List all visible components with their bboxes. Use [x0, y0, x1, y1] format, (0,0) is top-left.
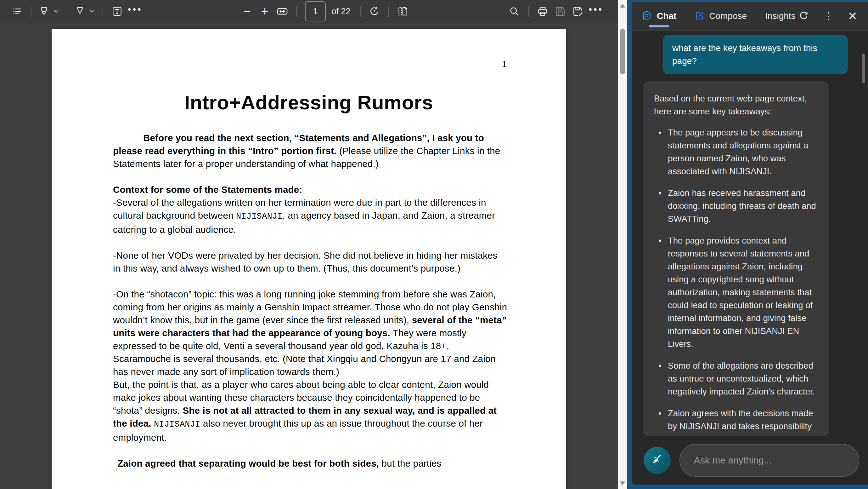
- print-icon: [536, 5, 549, 17]
- document-page-number: 1: [502, 60, 507, 69]
- sidebar-close-button[interactable]: ✕: [848, 9, 857, 23]
- refresh-button[interactable]: [798, 10, 809, 22]
- sidebar-inner: Chat Compose Insights: [632, 2, 868, 485]
- close-icon: ✕: [848, 9, 857, 23]
- toolbar-divider: [31, 6, 31, 17]
- document-paragraph: -On the “shotacon” topic: this was a lon…: [113, 288, 507, 378]
- chevron-down-icon: [89, 8, 96, 15]
- tab-insights-label: Insights: [765, 11, 796, 21]
- rotate-button[interactable]: [366, 2, 383, 20]
- sidebar-body: what are the key takeaways from this pag…: [632, 31, 868, 485]
- document-paragraph: But, the point is that, as a player who …: [113, 378, 507, 444]
- zoom-in-button[interactable]: +: [256, 2, 274, 20]
- pdf-toolbar: ••• − + of 22: [0, 0, 618, 23]
- user-message-bubble: what are the key takeaways from this pag…: [663, 35, 848, 74]
- page-view-button[interactable]: [394, 2, 412, 20]
- sidebar-scrollbar-thumb[interactable]: [862, 54, 865, 83]
- document-paragraph: Context for some of the Statements made:: [113, 183, 507, 196]
- response-intro: Based on the current web page context, h…: [654, 92, 818, 118]
- save-button[interactable]: [551, 2, 569, 20]
- document-paragraph: -Several of the allegations written on h…: [113, 196, 507, 236]
- toolbar-divider: [360, 6, 361, 17]
- chat-input-row: [632, 443, 868, 477]
- response-bullet-item: Some of the allegations are described as…: [654, 359, 818, 398]
- highlighter-icon: [38, 6, 50, 17]
- page-number-input[interactable]: [305, 1, 326, 22]
- pdf-canvas: 1 Intro+Addressing Rumors Before you rea…: [0, 24, 618, 489]
- tab-compose[interactable]: Compose: [694, 2, 747, 31]
- pen-icon: [74, 6, 86, 17]
- active-tab-underline: [649, 25, 669, 27]
- document-paragraph: -None of her VODs were privated by her d…: [113, 249, 507, 275]
- toolbar-divider: [389, 6, 389, 17]
- toolbar-divider: [296, 6, 297, 17]
- toolbar-right-group: •••: [505, 2, 605, 20]
- pdf-page: 1 Intro+Addressing Rumors Before you rea…: [52, 29, 566, 489]
- fit-to-width-button[interactable]: [274, 2, 291, 20]
- sidebar-more-button[interactable]: ⋮: [824, 11, 833, 21]
- broom-icon: [650, 452, 665, 468]
- tab-chat[interactable]: Chat: [642, 2, 676, 31]
- pdf-scrollbar-thumb[interactable]: [620, 29, 625, 74]
- refresh-icon: [798, 10, 809, 22]
- toolbar-divider: [528, 6, 529, 17]
- response-bullet-item: The page appears to be discussing statem…: [654, 126, 818, 178]
- table-of-contents-icon: [12, 6, 22, 17]
- compose-icon: [694, 10, 705, 22]
- document-paragraph: Zaion agreed that separating would be be…: [113, 457, 507, 470]
- zoom-out-button[interactable]: −: [238, 2, 256, 20]
- rotate-icon: [369, 5, 380, 17]
- tab-compose-label: Compose: [709, 11, 747, 21]
- document-body: Before you read the next section, “State…: [113, 132, 507, 470]
- minus-icon: −: [244, 5, 251, 18]
- more-horizontal-icon: •••: [589, 5, 603, 14]
- pdf-scrollbar[interactable]: [618, 0, 627, 489]
- table-of-contents-button[interactable]: [8, 2, 26, 20]
- sidebar-actions: ⋮ ✕: [798, 9, 857, 23]
- two-page-view-icon: [397, 5, 409, 17]
- toolbar-center-group: − + of 22: [238, 1, 411, 22]
- scroll-up-arrow-icon[interactable]: [620, 4, 625, 7]
- scroll-down-arrow-icon[interactable]: [620, 482, 625, 485]
- chevron-down-icon: [53, 8, 60, 15]
- tab-chat-label: Chat: [657, 11, 676, 21]
- more-horizontal-icon: •••: [128, 5, 143, 14]
- search-icon: [508, 6, 520, 17]
- print-button[interactable]: [534, 2, 551, 20]
- search-button[interactable]: [505, 2, 523, 20]
- document-paragraph: Before you read the next section, “State…: [113, 132, 507, 170]
- new-topic-button[interactable]: [644, 447, 671, 474]
- add-text-button[interactable]: [108, 2, 126, 20]
- highlight-button[interactable]: [36, 2, 62, 20]
- toolbar-divider: [102, 6, 103, 17]
- save-icon: [554, 5, 566, 17]
- assistant-response-card: Based on the current web page context, h…: [643, 81, 829, 436]
- sidebar-tabs: Chat Compose Insights: [642, 2, 796, 31]
- pdf-more-button[interactable]: •••: [587, 2, 605, 20]
- plus-icon: +: [261, 5, 269, 18]
- tab-insights[interactable]: Insights: [765, 2, 796, 31]
- draw-button[interactable]: [72, 2, 98, 20]
- save-as-button[interactable]: [569, 2, 587, 20]
- toolbar-left-group: •••: [8, 2, 145, 20]
- copilot-sidebar: Chat Compose Insights: [627, 0, 868, 489]
- toolbar-more-button[interactable]: •••: [126, 2, 145, 20]
- page-count-label: of 22: [332, 7, 350, 17]
- response-bullet-item: Zaion agrees with the decisions made by …: [654, 407, 818, 436]
- ask-me-anything-input[interactable]: [680, 444, 859, 477]
- save-as-icon: [572, 5, 584, 17]
- sidebar-header: Chat Compose Insights: [632, 2, 868, 31]
- chat-bubble-icon: [642, 10, 652, 22]
- document-title: Intro+Addressing Rumors: [52, 91, 566, 114]
- add-text-icon: [112, 6, 123, 17]
- response-bullet-item: The page provides context and responses …: [654, 234, 818, 350]
- response-bullets: The page appears to be discussing statem…: [654, 126, 818, 436]
- fit-width-icon: [276, 5, 288, 18]
- kebab-menu-icon: ⋮: [824, 11, 833, 21]
- toolbar-divider: [67, 6, 67, 17]
- response-bullet-item: Zaion has received harassment and doxxin…: [654, 186, 818, 225]
